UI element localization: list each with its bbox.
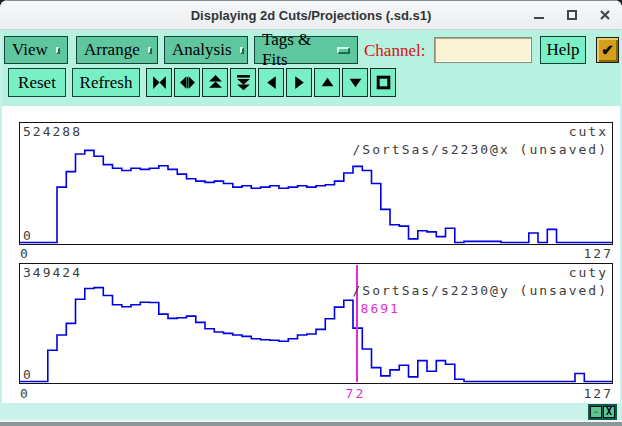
cutx-xmax-label: 127: [584, 246, 613, 261]
cuty-plot[interactable]: [20, 264, 612, 383]
nav-zoom-box-button[interactable]: [370, 68, 396, 97]
refresh-button-label: Refresh: [80, 73, 133, 93]
cutx-x-axis: 0 127: [19, 246, 613, 261]
cuty-ymax-label: 349424: [23, 265, 82, 280]
menu-analysis[interactable]: Analysis: [164, 36, 248, 64]
menu-view-label: View: [12, 40, 48, 60]
menu-tags-fits[interactable]: Tags & Fits: [254, 36, 358, 64]
toolbar-checkbox[interactable]: ✔: [596, 37, 619, 63]
toolbar: View Arrange Analysis Tags & Fits Channe…: [0, 30, 622, 106]
window-bottom-border: [0, 422, 622, 426]
nav-scroll-up-fast-button[interactable]: [202, 68, 228, 97]
right-arrow-icon: [291, 74, 308, 91]
help-button-label: Help: [546, 40, 579, 60]
checkmark-icon: ✔: [601, 41, 614, 59]
pane-controls: - X: [588, 404, 617, 420]
minimize-icon: [533, 9, 545, 21]
window-title: Displaying 2d Cuts/Projections (.sd.s1): [191, 8, 432, 23]
nav-compress-horizontal-button[interactable]: [146, 68, 172, 97]
cuty-source: /SortSas/s2230@y (unsaved): [353, 283, 609, 298]
menu-indicator-icon: [56, 47, 60, 54]
nav-right-button[interactable]: [286, 68, 312, 97]
cursor-channel-label: 72: [346, 386, 366, 401]
status-bar: - X: [0, 403, 622, 420]
menu-view[interactable]: View: [4, 36, 68, 64]
titlebar-controls: [532, 1, 612, 29]
menu-indicator-icon: [240, 47, 244, 54]
cutx-histogram-line: [20, 150, 612, 242]
channel-input[interactable]: [434, 37, 532, 63]
app-window: Displaying 2d Cuts/Projections (.sd.s1) …: [0, 0, 622, 426]
window-maximize-button[interactable]: [565, 8, 579, 22]
menu-indicator-icon: [148, 47, 152, 54]
maximize-icon: [566, 9, 578, 21]
nav-up-button[interactable]: [314, 68, 340, 97]
cuty-x-axis: 0 72 127: [19, 386, 613, 401]
cursor-count-label: 8691: [361, 301, 400, 316]
pane-minimize-button[interactable]: -: [590, 406, 602, 418]
window-left-edge: [0, 30, 2, 426]
nav-scroll-down-fast-button[interactable]: [230, 68, 256, 97]
compress-horizontal-icon: [151, 74, 168, 91]
reset-button-label: Reset: [18, 73, 56, 93]
refresh-button[interactable]: Refresh: [72, 68, 140, 97]
nav-left-button[interactable]: [258, 68, 284, 97]
nav-expand-horizontal-button[interactable]: [174, 68, 200, 97]
bar-double-down-arrow-icon: [235, 74, 252, 91]
nav-button-row: [146, 68, 396, 97]
help-button[interactable]: Help: [540, 36, 586, 64]
reset-button[interactable]: Reset: [8, 68, 66, 97]
pane-close-icon: X: [606, 407, 612, 417]
cutx-xmin-label: 0: [20, 246, 30, 261]
expand-horizontal-icon: [179, 74, 196, 91]
nav-down-button[interactable]: [342, 68, 368, 97]
cuty-xmin-label: 0: [20, 386, 30, 401]
pane-minimize-icon: -: [593, 407, 599, 417]
zoom-box-icon: [375, 74, 392, 91]
left-arrow-icon: [263, 74, 280, 91]
cuty-histogram-line: [20, 288, 612, 382]
menu-arrange[interactable]: Arrange: [76, 36, 158, 64]
menu-analysis-label: Analysis: [172, 40, 232, 60]
cutx-source: /SortSas/s2230@x (unsaved): [353, 142, 609, 157]
window-close-button[interactable]: [598, 8, 612, 22]
up-arrow-icon: [319, 74, 336, 91]
down-arrow-icon: [347, 74, 364, 91]
close-icon: [599, 9, 611, 21]
cuty-ymin-label: 0: [23, 367, 33, 382]
menu-arrange-label: Arrange: [84, 40, 140, 60]
pane-close-button[interactable]: X: [603, 406, 615, 418]
channel-label: Channel:: [364, 41, 425, 61]
double-up-arrow-icon: [207, 74, 224, 91]
cutx-panel: 524288 cutx /SortSas/s2230@x (unsaved) 0: [19, 122, 613, 245]
cuty-xmax-label: 127: [584, 386, 613, 401]
menu-indicator-icon: [337, 47, 350, 54]
cutx-title: cutx: [569, 124, 608, 139]
window-minimize-button[interactable]: [532, 8, 546, 22]
titlebar: Displaying 2d Cuts/Projections (.sd.s1): [0, 0, 622, 30]
cuty-title: cuty: [569, 265, 608, 280]
cuty-panel: 8691 349424 cuty /SortSas/s2230@y (unsav…: [19, 263, 613, 384]
menu-tags-fits-label: Tags & Fits: [262, 30, 329, 70]
cutx-ymin-label: 0: [23, 228, 33, 243]
cutx-ymax-label: 524288: [23, 124, 82, 139]
